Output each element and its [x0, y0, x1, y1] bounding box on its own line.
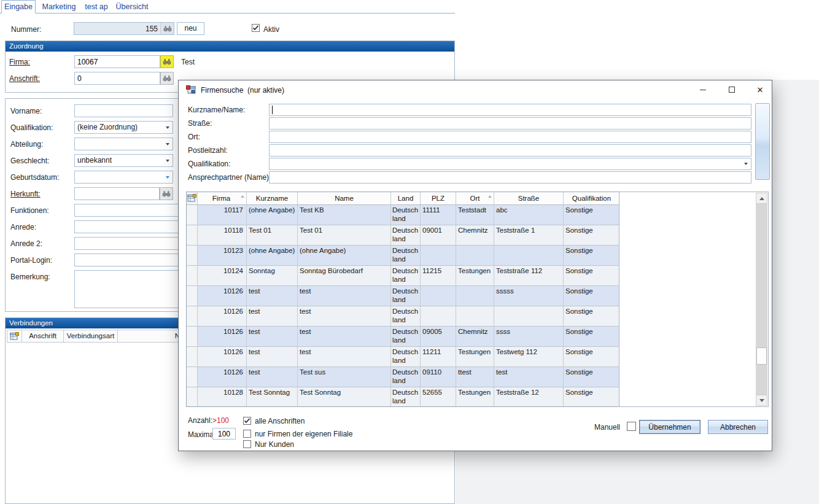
neu-button[interactable]: neu — [177, 22, 204, 35]
tab-test-ap[interactable]: test ap — [81, 1, 112, 13]
row-selector[interactable] — [187, 367, 198, 387]
abteilung-select[interactable] — [74, 138, 173, 150]
cell-qualifikation: Sonstige — [564, 246, 619, 265]
col-ort[interactable]: Ort — [456, 192, 494, 204]
col-kurzname[interactable]: Kurzname — [247, 192, 298, 204]
geburtsdatum-picker[interactable] — [74, 171, 173, 184]
aktiv-checkbox[interactable] — [252, 24, 260, 32]
firma-input[interactable] — [74, 55, 160, 68]
verbindungen-col-anschrift[interactable]: Anschrift — [22, 330, 64, 342]
row-selector[interactable] — [187, 306, 198, 326]
uebernehmen-button[interactable]: Übernehmen — [639, 420, 701, 434]
nur-kunden-checkbox[interactable] — [243, 440, 251, 448]
row-selector[interactable] — [187, 266, 198, 285]
cell-kurzname: Sonntag — [247, 266, 298, 285]
qualifikation-select[interactable]: (keine Zuordnung) — [74, 121, 173, 134]
cell-kurzname: Test Sonntag — [247, 387, 298, 407]
dlg-qualifikation-select[interactable] — [269, 158, 751, 170]
anschrift-link[interactable]: Anschrift: — [9, 74, 40, 83]
anschrift-input[interactable] — [74, 72, 160, 85]
company-row[interactable]: 10126testtestDeutschland09005Chemnitzsss… — [187, 327, 619, 347]
anschrift-search-button[interactable] — [160, 72, 174, 85]
cell-kurzname: test — [247, 347, 298, 366]
manuell-checkbox[interactable] — [627, 422, 636, 431]
cell-plz: 52655 — [421, 387, 456, 407]
chevron-down-icon — [166, 160, 169, 162]
plz-input[interactable] — [269, 144, 751, 157]
ansprechpartner-input[interactable] — [269, 171, 751, 184]
company-row[interactable]: 10118Test 01Test 01Deutschland09001Chemn… — [187, 225, 619, 246]
abbrechen-button[interactable]: Abbrechen — [708, 420, 768, 434]
company-row[interactable]: 10128Test SonntagTest SonntagDeutschland… — [187, 387, 619, 407]
cell-plz: 09001 — [421, 225, 456, 245]
bemerkung-label: Bemerkung: — [10, 273, 50, 281]
grid-corner-icon[interactable] — [7, 330, 22, 342]
row-selector[interactable] — [187, 246, 198, 265]
company-row[interactable]: 10126testtestDeutschland11211TestungenTe… — [187, 347, 619, 367]
maximize-button[interactable] — [721, 80, 743, 99]
grid-corner-icon[interactable] — [187, 192, 198, 204]
row-selector[interactable] — [187, 205, 198, 225]
cell-kurzname: Test 01 — [247, 225, 298, 245]
ort-input[interactable] — [269, 131, 751, 143]
alle-anschriften-checkbox[interactable] — [243, 417, 251, 425]
cell-strasse: Teststraße 1 — [494, 225, 564, 245]
company-row[interactable]: 10117(ohne Angabe)Test KBDeutschland1111… — [187, 205, 619, 225]
close-button[interactable]: ✕ — [749, 80, 771, 99]
cell-firma: 10126 — [198, 327, 247, 346]
col-land[interactable]: Land — [391, 192, 421, 204]
cell-name: Test sus — [298, 367, 391, 387]
verbindungen-col-verbindungsart[interactable]: Verbindungsart — [64, 330, 118, 342]
minimize-button[interactable] — [692, 80, 714, 99]
cell-name: Test KB — [298, 205, 391, 225]
vorname-input[interactable] — [74, 104, 173, 117]
company-row[interactable]: 10126testtestDeutschlandsssssSonstige — [187, 286, 619, 306]
minimize-icon — [700, 90, 706, 90]
row-selector[interactable] — [187, 286, 198, 306]
company-row[interactable]: 10123(ohne Angabe)(ohne Angabe)Deutschla… — [187, 246, 619, 266]
col-name[interactable]: Name — [298, 192, 391, 204]
row-selector[interactable] — [187, 327, 198, 346]
col-plz[interactable]: PLZ — [421, 192, 456, 204]
vertical-scrollbar[interactable] — [756, 193, 767, 406]
filiale-checkbox[interactable] — [243, 430, 251, 438]
tab-eingabe[interactable]: Eingabe — [1, 0, 36, 14]
geschlecht-select[interactable]: unbekannt — [74, 154, 173, 167]
verbindungen-col-cut[interactable]: N — [118, 330, 182, 342]
strasse-input[interactable] — [269, 117, 751, 130]
filiale-label: nur Firmen der eigenen Filiale — [255, 430, 352, 438]
row-selector[interactable] — [187, 387, 198, 407]
nummer-field[interactable]: 155 — [74, 22, 174, 35]
firma-link[interactable]: Firma: — [9, 58, 30, 66]
cell-ort: Teststadt — [456, 205, 494, 225]
company-row[interactable]: 10126testTest susDeutschland09110ttestte… — [187, 367, 619, 387]
cell-qualifikation: Sonstige — [564, 306, 619, 326]
company-row[interactable]: 10124SonntagSonntag BürobedarfDeutschlan… — [187, 266, 619, 286]
cell-plz: 09110 — [421, 367, 456, 387]
row-selector[interactable] — [187, 347, 198, 366]
abteilung-label: Abteilung: — [10, 140, 43, 149]
maximal-input[interactable] — [212, 428, 236, 440]
cell-qualifikation: Sonstige — [564, 347, 619, 366]
herkunft-link[interactable]: Herkunft: — [10, 190, 41, 198]
binoculars-icon[interactable] — [160, 23, 174, 34]
row-selector[interactable] — [187, 225, 198, 245]
scroll-down-button[interactable] — [756, 395, 767, 406]
anzahl-value: >100 — [212, 416, 229, 425]
kurzname-input[interactable] — [269, 104, 751, 116]
col-qualifikation[interactable]: Qualifikation — [564, 192, 619, 204]
tab-marketing[interactable]: Marketing — [38, 1, 80, 13]
tab-uebersicht[interactable]: Übersicht — [113, 1, 151, 13]
company-row[interactable]: 10126testtestDeutschlandSonstige — [187, 306, 619, 327]
herkunft-search-button[interactable] — [160, 187, 173, 200]
scrollbar-thumb[interactable] — [756, 347, 767, 365]
anrede-label: Anrede: — [10, 223, 36, 231]
scroll-up-button[interactable] — [756, 193, 767, 204]
col-firma[interactable]: Firma — [198, 192, 247, 204]
firma-search-button[interactable] — [160, 55, 174, 68]
cell-firma: 10126 — [198, 367, 247, 387]
col-strasse[interactable]: Straße — [494, 192, 564, 204]
search-scroll-button[interactable] — [755, 103, 770, 180]
herkunft-input[interactable] — [74, 187, 160, 200]
funktionen-label: Funktionen: — [10, 206, 49, 215]
